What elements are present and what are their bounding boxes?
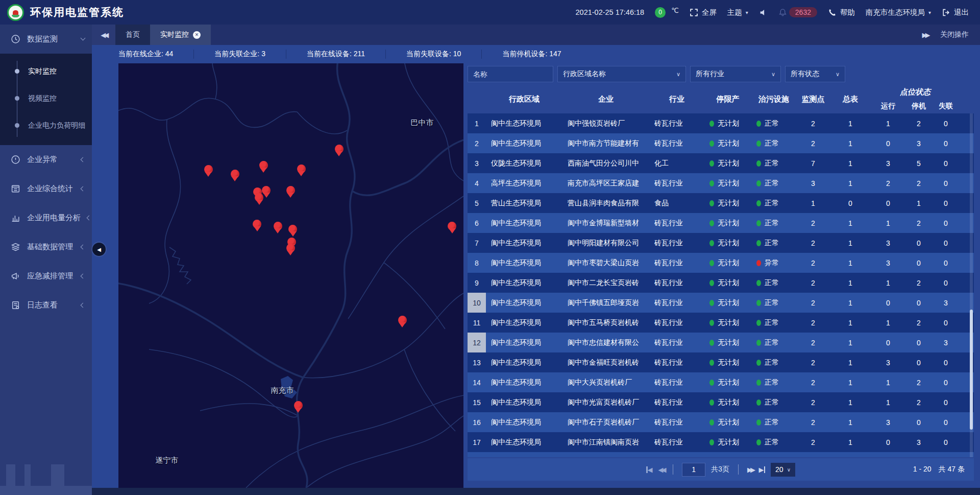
- table-row-2[interactable]: 2阆中生态环境局阆中市南方节能建材有砖瓦行业无计划正常21030: [468, 133, 974, 153]
- sidebar-item-5[interactable]: 基础数据管理: [0, 232, 92, 262]
- map-pin-4[interactable]: [297, 164, 306, 173]
- pager-divider: [673, 464, 673, 475]
- cell-lost: 0: [932, 398, 960, 407]
- table-row-15[interactable]: 15阆中生态环境局阆中市光富页岩机砖厂砖瓦行业无计划正常21120: [468, 392, 974, 412]
- status-filter-select[interactable]: 所有状态∨: [785, 66, 845, 82]
- sidebar-collapse-button[interactable]: ◀: [92, 243, 106, 256]
- logout-button[interactable]: 退出: [942, 8, 969, 17]
- next-page-button[interactable]: ▶▶: [747, 466, 753, 474]
- sidebar-subitem-3[interactable]: 企业电力负荷明细: [0, 112, 92, 139]
- cell-run: 0: [871, 339, 905, 347]
- sidebar-item-6[interactable]: 应急减排管理: [0, 262, 92, 291]
- table-row-13[interactable]: 13阆中生态环境局阆中市金福旺页岩机砖砖瓦行业无计划正常21300: [468, 352, 974, 372]
- cell-monitor-points: 1: [796, 199, 830, 207]
- cell-monitor-points: 2: [796, 319, 830, 327]
- sidebar-item-4[interactable]: 企业用电量分析: [0, 203, 92, 232]
- table-row-14[interactable]: 14阆中生态环境局阆中大兴页岩机砖厂砖瓦行业无计划正常21120: [468, 372, 974, 392]
- sidebar-subitem-1[interactable]: 实时监控: [0, 58, 92, 85]
- map-pin-8[interactable]: [286, 186, 295, 195]
- status-dot-green-icon: [709, 160, 714, 167]
- map-pin-1[interactable]: [204, 165, 213, 174]
- sidebar-subitem-2[interactable]: 视频监控: [0, 85, 92, 112]
- map-pin-10[interactable]: [253, 220, 261, 228]
- name-filter-input[interactable]: [468, 66, 553, 82]
- first-page-button[interactable]: ◀: [646, 466, 653, 474]
- sidebar-item-3[interactable]: 企业综合统计: [0, 174, 92, 203]
- table-row-17[interactable]: 17阆中生态环境局阆中市江南镇阆南页岩砖瓦行业无计划正常21030: [468, 432, 974, 452]
- cell-monitor-points: 2: [796, 359, 830, 367]
- facility-text: 正常: [765, 179, 779, 188]
- theme-label: 主题: [727, 8, 742, 17]
- tab-bar: ◀◀ 首页实时监控✕ ▶▶ 关闭操作: [92, 25, 980, 45]
- map-pin-14[interactable]: [286, 244, 295, 252]
- sidebar-subitem-label: 视频监控: [28, 94, 57, 103]
- table-row-4[interactable]: 4高坪生态环境局南充市高坪区王家店建砖瓦行业无计划正常31220: [468, 173, 974, 193]
- map-pin-15[interactable]: [448, 222, 456, 230]
- page-input[interactable]: [682, 463, 705, 477]
- cell-stop-limit: 无计划: [704, 219, 751, 228]
- cell-enterprise: 阆中市南方节能建材有: [562, 139, 649, 148]
- tabs-scroll-left-button[interactable]: ◀◀: [92, 25, 115, 45]
- map-pin-11[interactable]: [274, 222, 282, 230]
- row-index: 15: [468, 392, 486, 412]
- stat-item-5: 当前停机设备: 147: [502, 50, 581, 59]
- table-row-11[interactable]: 11阆中生态环境局阆中市五马桥页岩机砖砖瓦行业无计划正常21120: [468, 313, 974, 333]
- map-pin-12[interactable]: [288, 225, 297, 233]
- org-dropdown[interactable]: 南充市生态环境局 ▾: [866, 8, 931, 17]
- table-row-1[interactable]: 1阆中生态环境局阆中强锐页岩砖厂砖瓦行业无计划正常21120: [468, 113, 974, 133]
- table-body: 1阆中生态环境局阆中强锐页岩砖厂砖瓦行业无计划正常211202阆中生态环境局阆中…: [468, 113, 974, 457]
- help-button[interactable]: 帮助: [828, 8, 855, 17]
- facility-text: 正常: [765, 199, 779, 208]
- table-row-3[interactable]: 3仪陇生态环境局西南油气田分公司川中化工无计划正常71350: [468, 153, 974, 173]
- industry-filter-select[interactable]: 所有行业∨: [690, 66, 781, 82]
- map-city-label-3: 遂宁市: [155, 455, 178, 465]
- table-scrollbar-thumb[interactable]: [970, 310, 973, 430]
- col-7: 监测点: [796, 95, 830, 104]
- close-icon[interactable]: ✕: [193, 31, 201, 39]
- table-row-10[interactable]: 10阆中生态环境局阆中千佛镇五郎垭页岩砖瓦行业无计划正常21003: [468, 293, 974, 313]
- map-pin-2[interactable]: [231, 170, 239, 178]
- table-row-6[interactable]: 6阆中生态环境局阆中市金博瑞新型墙材砖瓦行业无计划正常21120: [468, 213, 974, 233]
- map-pin-9[interactable]: [255, 193, 263, 202]
- map-pin-16[interactable]: [398, 316, 407, 324]
- fullscreen-button[interactable]: 全屏: [690, 8, 717, 17]
- cell-stopped: 3: [905, 139, 932, 148]
- org-label: 南充市生态环境局: [866, 8, 925, 17]
- tab-2[interactable]: 实时监控✕: [150, 25, 211, 45]
- industry-filter-value: 所有行业: [696, 69, 724, 79]
- notifications-button[interactable]: 2632: [778, 7, 817, 17]
- theme-dropdown[interactable]: 主题 ▾: [727, 8, 748, 17]
- last-page-button[interactable]: ▶: [759, 466, 766, 474]
- mute-button[interactable]: [759, 8, 768, 17]
- map-pin-3[interactable]: [259, 161, 268, 170]
- sidebar-item-7[interactable]: 日志查看: [0, 291, 92, 320]
- table-row-12[interactable]: 12阆中生态环境局阆中市忠信建材有限公砖瓦行业无计划正常21003: [468, 333, 974, 352]
- map[interactable]: 巴中市南充市遂宁市: [118, 63, 463, 488]
- map-pin-17[interactable]: [294, 401, 303, 410]
- close-operations-button[interactable]: 关闭操作: [940, 30, 969, 39]
- total-records-label: 共 47 条: [939, 465, 965, 474]
- cell-run: 3: [871, 239, 905, 247]
- table-row-5[interactable]: 5营山生态环境局营山县润丰肉食品有限食品无计划正常10010: [468, 193, 974, 213]
- col-4: 行业: [649, 95, 704, 104]
- table-row-8[interactable]: 8阆中生态环境局阆中市枣碧大梁山页岩砖瓦行业无计划异常21300: [468, 253, 974, 273]
- table-row-18[interactable]: 18南部生态环境局南部县砚华土陶有限公建材加工无计划正常60050: [468, 452, 974, 457]
- sidebar-item-1[interactable]: 数据监测: [0, 25, 92, 54]
- table-row-9[interactable]: 9阆中生态环境局阆中市二龙长宝页岩砖砖瓦行业无计划正常21120: [468, 273, 974, 293]
- range-label: 1 - 20: [913, 465, 932, 474]
- facility-text: 正常: [765, 418, 779, 427]
- table-row-7[interactable]: 7阆中生态环境局阆中明阳建材有限公司砖瓦行业无计划正常21300: [468, 233, 974, 253]
- prev-page-button[interactable]: ◀◀: [658, 466, 665, 474]
- tab-1[interactable]: 首页: [115, 25, 150, 45]
- cell-total-meters: 1: [830, 299, 871, 307]
- region-filter-select[interactable]: 行政区域名称∨: [557, 66, 686, 82]
- chevron-down-icon: ∨: [676, 71, 680, 78]
- sidebar-item-2[interactable]: 企业异常: [0, 145, 92, 174]
- table-row-16[interactable]: 16阆中生态环境局阆中市石子页岩机砖厂砖瓦行业无计划正常21300: [468, 412, 974, 432]
- map-pin-7[interactable]: [262, 186, 271, 195]
- cell-region: 阆中生态环境局: [486, 378, 562, 387]
- page-size-select[interactable]: 20∨: [771, 463, 795, 477]
- map-pin-5[interactable]: [335, 145, 344, 153]
- cell-pollution-facility: 正常: [751, 139, 796, 148]
- tabs-scroll-right-button[interactable]: ▶▶: [922, 31, 928, 39]
